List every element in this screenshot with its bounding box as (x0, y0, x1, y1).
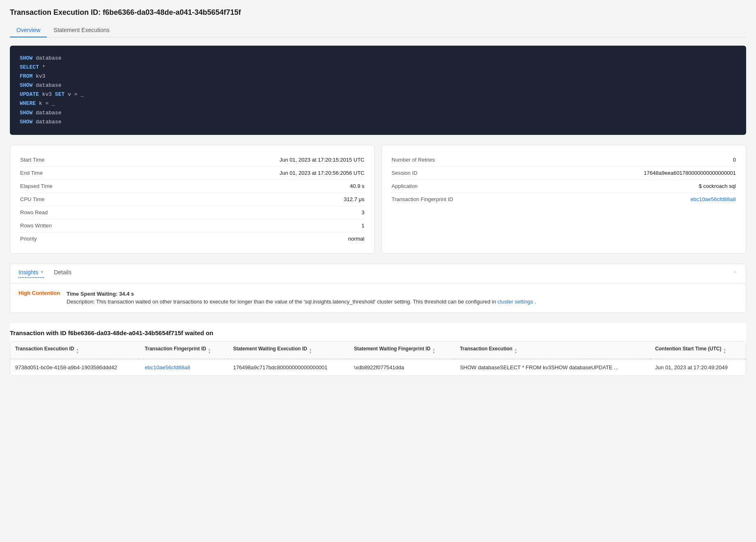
page-title: Transaction Execution ID: f6be6366-da03-… (10, 8, 746, 17)
stat-value: $ cockroach sql (699, 183, 736, 189)
sort-icon: ▲▼ (514, 348, 517, 354)
stat-item: Rows Written 1 (20, 219, 364, 232)
sql-code-block: SHOW databaseSELECT * FROM kv3SHOW datab… (10, 46, 746, 135)
table-cell: \xdb8922f077541dda (349, 359, 455, 375)
insights-content: High Contention Time Spent Waiting: 34.4… (10, 283, 746, 313)
time-spent-waiting: Time Spent Waiting: 34.4 s (67, 291, 134, 297)
table-cell: Jun 01, 2023 at 17:20:49:2049 (650, 359, 746, 375)
insights-description: Time Spent Waiting: 34.4 s Description: … (67, 290, 536, 306)
table-column-header[interactable]: Statement Waiting Execution ID▲▼ (228, 342, 349, 359)
stat-value: 1 (362, 222, 364, 229)
stat-value: 40.9 s (350, 183, 364, 189)
stat-label: CPU Time (20, 196, 44, 202)
stat-label: Transaction Fingerprint ID (392, 196, 453, 202)
stat-value: 0 (733, 157, 736, 163)
insights-tab-details[interactable]: Details (54, 269, 71, 278)
table-column-header[interactable]: Transaction Fingerprint ID▲▼ (140, 342, 228, 359)
tabs-container: Overview Statement Executions (10, 23, 746, 37)
stat-label: Application (392, 183, 418, 189)
table-body: 9738d051-bc0e-4158-a9b4-1903586ddd42ebc1… (10, 359, 746, 375)
stat-label: Rows Read (20, 209, 48, 215)
insights-desc-text: Description: This transaction waited on … (67, 299, 498, 305)
stat-item: Transaction Fingerprint ID ebc10ae56cfd8… (392, 193, 736, 206)
collapse-icon[interactable]: ⌃ (733, 271, 738, 276)
stat-label: Elapsed Time (20, 183, 53, 189)
stat-label: Rows Written (20, 222, 52, 229)
stat-item: CPU Time 312.7 μs (20, 193, 364, 206)
table-row: 9738d051-bc0e-4158-a9b4-1903586ddd42ebc1… (10, 359, 746, 375)
right-stats-card: Number of Retries 0 Session ID 17648a9ee… (381, 145, 746, 254)
sort-icon: ▲▼ (208, 348, 211, 354)
stat-item: Session ID 17648a9eea6017800000000000000… (392, 167, 736, 180)
stat-item: Start Time Jun 01, 2023 at 17:20:15:2015… (20, 153, 364, 167)
stat-value: 312.7 μs (344, 196, 364, 202)
stat-item: Priority normal (20, 232, 364, 245)
insights-tabs: Insights ▼Details (18, 269, 71, 278)
high-contention-badge: High Contention (18, 290, 60, 296)
left-stats-card: Start Time Jun 01, 2023 at 17:20:15:2015… (10, 145, 375, 254)
sort-icon: ▲▼ (309, 348, 312, 354)
stat-label: Start Time (20, 157, 44, 163)
stat-value: 17648a9eea601780000000000000001 (644, 170, 736, 176)
sort-icon: ▲▼ (432, 348, 436, 354)
waited-on-section: Transaction with ID f6be6366-da03-48de-a… (10, 323, 746, 376)
table-column-header[interactable]: Transaction Execution ID▲▼ (10, 342, 140, 359)
table-column-header[interactable]: Transaction Execution▲▼ (455, 342, 650, 359)
insights-header: Insights ▼Details ⌃ (10, 264, 746, 283)
stat-item: Rows Read 3 (20, 206, 364, 219)
stat-value[interactable]: ebc10ae56cfd88a8 (690, 196, 736, 202)
table-column-header[interactable]: Statement Waiting Fingerprint ID▲▼ (349, 342, 455, 359)
stat-label: End Time (20, 170, 43, 176)
stat-label: Priority (20, 236, 37, 242)
table-cell: SHOW databaseSELECT * FROM kv3SHOW datab… (455, 359, 650, 375)
stat-value: Jun 01, 2023 at 17:20:15:2015 UTC (279, 157, 364, 163)
stat-value: normal (348, 236, 364, 242)
table-header-row: Transaction Execution ID▲▼Transaction Fi… (10, 342, 746, 359)
stat-item: Number of Retries 0 (392, 153, 736, 167)
table-header: Transaction Execution ID▲▼Transaction Fi… (10, 342, 746, 359)
stat-value: Jun 01, 2023 at 17:20:56:2056 UTC (279, 170, 364, 176)
insights-tab-insights[interactable]: Insights ▼ (18, 269, 44, 278)
stats-row: Start Time Jun 01, 2023 at 17:20:15:2015… (10, 145, 746, 254)
cluster-settings-link[interactable]: cluster settings (498, 299, 533, 305)
stat-label: Number of Retries (392, 157, 435, 163)
stat-item: End Time Jun 01, 2023 at 17:20:56:2056 U… (20, 167, 364, 180)
table-column-header[interactable]: Contention Start Time (UTC)▲▼ (650, 342, 746, 359)
stat-item: Application $ cockroach sql (392, 180, 736, 193)
table-cell[interactable]: ebc10ae56cfd88a8 (140, 359, 228, 375)
waited-on-table-container: Transaction Execution ID▲▼Transaction Fi… (10, 341, 746, 376)
tab-overview[interactable]: Overview (10, 23, 47, 37)
sort-icon: ▲▼ (76, 348, 79, 354)
sort-icon: ▲▼ (723, 348, 726, 354)
tab-statement-executions[interactable]: Statement Executions (47, 23, 116, 37)
waited-on-title: Transaction with ID f6be6366-da03-48de-a… (10, 323, 746, 341)
stat-label: Session ID (392, 170, 417, 176)
waited-on-table: Transaction Execution ID▲▼Transaction Fi… (10, 342, 746, 375)
insights-desc-end: . (535, 299, 536, 305)
stat-value: 3 (362, 209, 364, 215)
table-cell: 176498a9c717bdc80000000000000001 (228, 359, 349, 375)
insights-section: Insights ▼Details ⌃ High Contention Time… (10, 264, 746, 313)
table-cell: 9738d051-bc0e-4158-a9b4-1903586ddd42 (10, 359, 140, 375)
stat-item: Elapsed Time 40.9 s (20, 180, 364, 193)
